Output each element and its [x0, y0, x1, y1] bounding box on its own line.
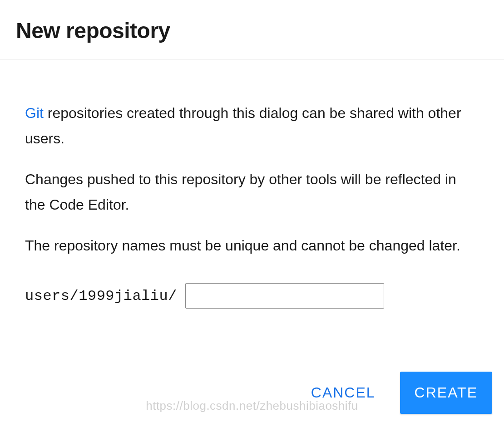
git-link[interactable]: Git — [25, 105, 44, 121]
description-para-1-rest: repositories created through this dialog… — [25, 105, 461, 147]
dialog-footer: CANCEL CREATE — [308, 372, 492, 414]
description-para-3: The repository names must be unique and … — [25, 233, 479, 258]
create-button[interactable]: CREATE — [400, 372, 492, 414]
repo-name-input[interactable] — [185, 283, 384, 309]
description-para-1: Git repositories created through this di… — [25, 100, 479, 151]
description-block: Git repositories created through this di… — [25, 100, 479, 258]
dialog-content: Git repositories created through this di… — [0, 59, 504, 327]
cancel-button[interactable]: CANCEL — [308, 380, 378, 406]
description-para-2: Changes pushed to this repository by oth… — [25, 167, 479, 217]
dialog-title: New repository — [16, 18, 488, 43]
repo-input-row: users/1999jialiu/ — [25, 283, 479, 309]
dialog-header: New repository — [0, 0, 504, 59]
repo-path-prefix: users/1999jialiu/ — [25, 288, 177, 304]
